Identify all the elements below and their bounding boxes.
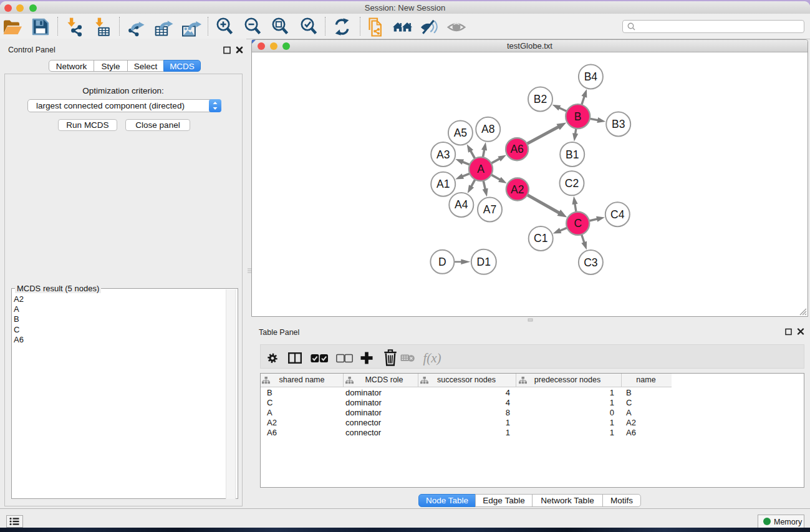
svg-text:B2: B2: [534, 93, 547, 105]
svg-text:B1: B1: [566, 148, 579, 161]
svg-text:C1: C1: [534, 232, 547, 244]
svg-text:f(x): f(x): [423, 351, 441, 365]
svg-text:D: D: [438, 256, 446, 268]
svg-text:D1: D1: [477, 256, 491, 268]
svg-text:B4: B4: [584, 70, 598, 83]
svg-text:A: A: [477, 163, 485, 175]
svg-text:C: C: [574, 217, 582, 230]
svg-text:A6: A6: [510, 143, 523, 155]
svg-text:A4: A4: [455, 198, 468, 211]
svg-text:A7: A7: [483, 203, 496, 216]
svg-text:A3: A3: [436, 148, 450, 161]
svg-text:C3: C3: [584, 256, 597, 269]
svg-text:A8: A8: [481, 123, 494, 135]
svg-text:A1: A1: [436, 178, 450, 190]
svg-text:B3: B3: [612, 118, 625, 130]
svg-text:C4: C4: [610, 208, 625, 221]
svg-text:C2: C2: [565, 177, 579, 190]
svg-text:A5: A5: [454, 127, 467, 139]
svg-text:B: B: [574, 110, 582, 123]
svg-text:A2: A2: [511, 183, 524, 196]
